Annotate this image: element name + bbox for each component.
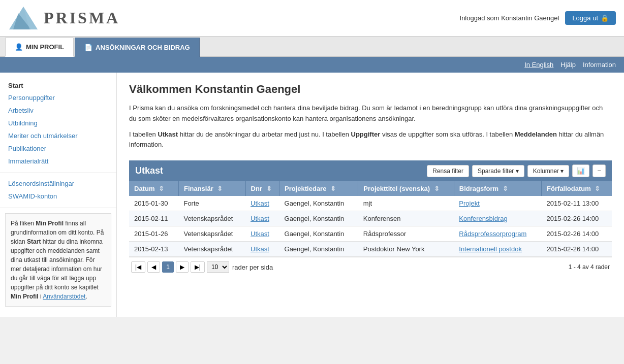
main-content: Välkommen Konstantin Gaengel I Prisma ka… (117, 73, 624, 317)
cell-projekttitel: mjt (358, 196, 454, 211)
sidebar-divider-2 (0, 208, 116, 208)
anvandarstodet-link[interactable]: Användarstödet (43, 293, 85, 300)
cell-dnr[interactable]: Utkast (245, 242, 279, 257)
cell-forfallodatum: 2015-02-26 14:00 (542, 226, 612, 242)
cell-finansiar: Vetenskapsrådet (178, 226, 245, 242)
kolumner-caret: ▾ (560, 168, 564, 175)
main-layout: Start Personuppgifter Arbetsliv Utbildni… (0, 73, 624, 317)
in-english-link[interactable]: In English (524, 61, 553, 69)
col-datum: Datum ⇕ (129, 181, 178, 196)
logout-label: Logga ut (572, 14, 598, 22)
col-dnr-sort[interactable]: ⇕ (266, 185, 270, 192)
bidragsform-link[interactable]: Internationell postdok (459, 245, 522, 253)
cell-projekttitel: Konferensen (358, 211, 454, 226)
intro-text-2: I tabellen Utkast hittar du de ansökning… (129, 129, 612, 151)
rows-per-page: 10 25 50 rader per sida (207, 261, 273, 273)
col-datum-sort[interactable]: ⇕ (159, 185, 163, 192)
sidebar-item-meriter[interactable]: Meriter och utmärkelser (0, 129, 116, 142)
bidragsform-link[interactable]: Konferensbidrag (459, 215, 507, 222)
dnr-link[interactable]: Utkast (251, 230, 269, 238)
cell-projektledare: Gaengel, Konstantin (279, 226, 358, 242)
rensa-filter-button[interactable]: Rensa filter (427, 165, 469, 177)
logo-text: PRISMA (44, 9, 120, 27)
col-projekttitel-sort[interactable]: ⇕ (434, 185, 438, 192)
help-link[interactable]: Hjälp (560, 61, 576, 69)
col-finansiar-sort[interactable]: ⇕ (217, 185, 221, 192)
cell-dnr[interactable]: Utkast (245, 196, 279, 211)
sidebar-item-immaterialratt[interactable]: Immaterialrätt (0, 155, 116, 168)
collapse-button[interactable]: − (592, 164, 606, 177)
sparade-filter-button[interactable]: Sparade filter ▾ (472, 165, 524, 177)
page-prev-button[interactable]: ◀ (147, 261, 160, 273)
information-link[interactable]: Information (583, 61, 616, 69)
sidebar-section-settings: Lösenordsinställningar SWAMID-konton (0, 177, 116, 203)
tab-ansokningar[interactable]: 📄 ANSÖKNINGAR OCH BIDRAG (75, 38, 200, 57)
col-dnr: Dnr ⇕ (245, 181, 279, 196)
dnr-link[interactable]: Utkast (251, 200, 269, 207)
cell-projekttitel: Rådsprofessor (358, 226, 454, 242)
col-projektledare-sort[interactable]: ⇕ (330, 185, 334, 192)
table-row: 2015-01-30 Forte Utkast Gaengel, Konstan… (129, 196, 612, 211)
rows-per-page-select[interactable]: 10 25 50 (207, 261, 229, 273)
intro-text-1: I Prisma kan du ansöka om forskningsmede… (129, 103, 612, 124)
kolumner-label: Kolumner (533, 168, 559, 175)
sidebar-item-swamid[interactable]: SWAMID-konton (0, 190, 116, 203)
cell-datum: 2015-01-26 (129, 226, 178, 242)
sparade-filter-label: Sparade filter (478, 168, 514, 175)
utkast-table: Datum ⇕ Finansiär ⇕ Dnr ⇕ Projektledar (129, 181, 612, 257)
cell-dnr[interactable]: Utkast (245, 211, 279, 226)
dnr-link[interactable]: Utkast (251, 245, 269, 253)
cell-datum: 2015-02-11 (129, 211, 178, 226)
kolumner-button[interactable]: Kolumner ▾ (527, 165, 570, 177)
person-icon: 👤 (15, 43, 23, 51)
cell-bidragsform: Rådsprofessorprogram (454, 226, 541, 242)
table-controls: Rensa filter Sparade filter ▾ Kolumner ▾… (427, 164, 606, 177)
sidebar-section-main: Start Personuppgifter Arbetsliv Utbildni… (0, 78, 116, 168)
dnr-link[interactable]: Utkast (251, 215, 269, 222)
cell-projektledare: Gaengel, Konstantin (279, 242, 358, 257)
col-projektledare: Projektledare ⇕ (279, 181, 358, 196)
cell-finansiar: Vetenskapsrådet (178, 211, 245, 226)
page-next-button[interactable]: ▶ (176, 261, 189, 273)
uppgifter-bold: Uppgifter (351, 130, 381, 138)
table-header-row: Utkast Rensa filter Sparade filter ▾ Kol… (129, 160, 612, 181)
col-bidragsform: Bidragsform ⇕ (454, 181, 541, 196)
minus-icon: − (597, 167, 601, 175)
cell-forfallodatum: 2015-02-11 13:00 (542, 196, 612, 211)
page-last-button[interactable]: ▶| (191, 261, 205, 273)
page-1-button[interactable]: 1 (162, 261, 174, 273)
sidebar-item-publikationer[interactable]: Publikationer (0, 142, 116, 155)
logout-button[interactable]: Logga ut 🔒 (565, 11, 616, 25)
sidebar-divider-1 (0, 173, 116, 173)
table-title: Utkast (135, 166, 163, 176)
tab-ansokningar-label: ANSÖKNINGAR OCH BIDRAG (96, 44, 190, 51)
excel-icon: 📊 (577, 167, 585, 175)
bidragsform-link[interactable]: Rådsprofessorprogram (459, 230, 526, 238)
welcome-title: Välkommen Konstantin Gaengel (129, 83, 612, 96)
table-row: 2015-02-11 Vetenskapsrådet Utkast Gaenge… (129, 211, 612, 226)
table-section: Utkast Rensa filter Sparade filter ▾ Kol… (129, 160, 612, 277)
document-icon: 📄 (84, 44, 92, 51)
sidebar-item-arbetsliv[interactable]: Arbetsliv (0, 104, 116, 117)
sidebar-item-utbildning[interactable]: Utbildning (0, 117, 116, 129)
cell-forfallodatum: 2015-02-26 14:00 (542, 242, 612, 257)
logo-area: PRISMA (8, 4, 120, 32)
pagination-left: |◀ ◀ 1 ▶ ▶| 10 25 50 rader per sida (131, 261, 273, 273)
col-bidragsform-sort[interactable]: ⇕ (503, 185, 507, 192)
col-forfallodatum-sort[interactable]: ⇕ (595, 185, 599, 192)
utkast-bold: Utkast (158, 130, 178, 138)
cell-finansiar: Forte (178, 196, 245, 211)
sidebar-item-personuppgifter[interactable]: Personuppgifter (0, 91, 116, 104)
table-header-row-cols: Datum ⇕ Finansiär ⇕ Dnr ⇕ Projektledar (129, 181, 612, 196)
cell-projektledare: Gaengel, Konstantin (279, 211, 358, 226)
table-body: 2015-01-30 Forte Utkast Gaengel, Konstan… (129, 196, 612, 257)
bidragsform-link[interactable]: Projekt (459, 200, 479, 207)
cell-datum: 2015-01-30 (129, 196, 178, 211)
col-forfallodatum: Förfallodatum ⇕ (542, 181, 612, 196)
export-excel-button[interactable]: 📊 (572, 164, 589, 177)
tab-min-profil[interactable]: 👤 MIN PROFIL (5, 38, 74, 57)
sidebar-item-losenord[interactable]: Lösenordsinställningar (0, 177, 116, 190)
page-first-button[interactable]: |◀ (131, 261, 145, 273)
sidebar: Start Personuppgifter Arbetsliv Utbildni… (0, 73, 117, 317)
cell-dnr[interactable]: Utkast (245, 226, 279, 242)
